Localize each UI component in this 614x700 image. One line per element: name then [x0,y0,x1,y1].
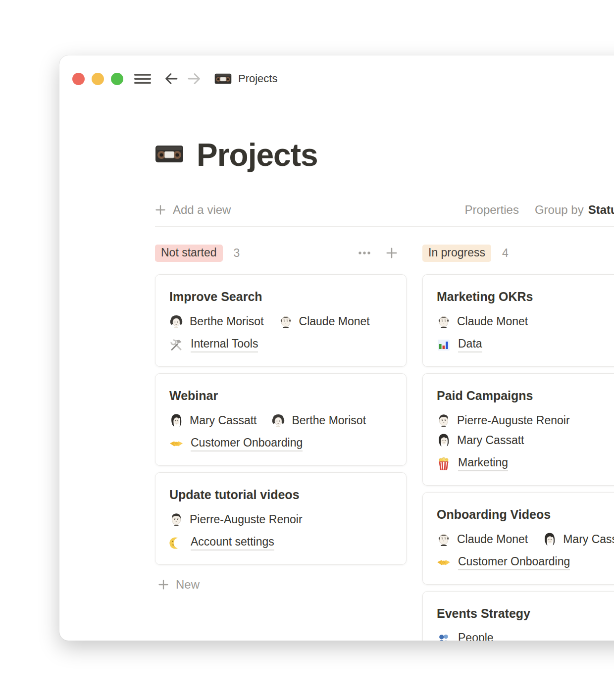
kanban-board: Not started 3 Improve Search Berthe Mori… [155,244,614,641]
tag-label: Customer Onboarding [458,555,570,570]
tag-label: Account settings [191,535,274,550]
card-webinar[interactable]: Webinar Mary Cassatt Berthe Morisot [155,373,407,466]
card-onboarding-videos[interactable]: Onboarding Videos Claude Monet Mary Cass… [422,492,614,585]
assignee-name: Claude Monet [457,315,528,328]
close-traffic-light[interactable] [72,73,85,85]
new-card-label: New [176,578,200,592]
assignee: Claude Monet [437,314,528,328]
tag-label: Customer Onboarding [191,436,303,451]
page-title-row: Projects [155,138,614,172]
pierre-auguste-renoir-avatar [169,512,183,526]
card-count: 4 [502,247,509,260]
card-assignees: Mary Cassatt Berthe Morisot [169,413,392,427]
card-title: Webinar [169,388,392,403]
titlebar: Projects [59,55,614,86]
assignee: Pierre-Auguste Renoir [437,413,570,427]
card-tag[interactable]: Marketing [437,456,614,471]
card-assignees: Berthe Morisot Claude Monet [169,314,392,328]
new-card-button[interactable]: New [155,578,407,592]
forward-arrow-icon[interactable] [187,72,202,86]
assignee: Claude Monet [279,314,370,328]
tag-label: Data [458,337,482,352]
card-count: 3 [234,247,240,260]
titlebar-title: Projects [238,72,277,85]
dots-icon[interactable] [357,246,372,260]
page-title: Projects [197,138,318,172]
assignee: Mary Cassatt [543,532,614,546]
vhs-tape-icon [214,73,232,85]
berthe-morisot-avatar [271,413,285,427]
assignee: Pierre-Auguste Renoir [169,512,303,526]
hammer-wrench-icon [169,338,183,352]
add-view-button[interactable]: Add a view [155,202,231,217]
card-tag[interactable]: Account settings [169,535,392,550]
berthe-morisot-avatar [169,314,183,328]
plus-icon [155,204,166,215]
people-icon [437,632,451,641]
back-arrow-icon[interactable] [164,72,179,86]
card-paid-campaigns[interactable]: Paid Campaigns Pierre-Auguste Renoir Mar… [422,373,614,486]
card-assignees: Pierre-Auguste Renoir Mary Cassatt [437,413,614,447]
pierre-auguste-renoir-avatar [437,413,451,427]
vhs-tape-icon [155,144,184,166]
assignee: Mary Cassatt [437,433,524,447]
claude-monet-avatar [437,532,451,546]
card-tag[interactable]: Internal Tools [169,337,392,352]
claude-monet-avatar [437,314,451,328]
card-assignees: Claude Monet Mary Cassatt [437,532,614,546]
traffic-lights [72,73,123,85]
assignee-name: Claude Monet [299,315,370,328]
status-badge[interactable]: Not started [155,245,223,262]
mary-cassatt-avatar [169,413,183,427]
card-title: Events Strategy [437,605,614,621]
assignee: Mary Cassatt [169,413,256,427]
card-update-tutorial-videos[interactable]: Update tutorial videos Pierre-Auguste Re… [155,472,407,565]
card-tag[interactable]: Customer Onboarding [169,436,392,451]
popcorn-icon [437,457,451,471]
app-window: Projects Projects Add a view Properties … [59,55,614,641]
menu-icon[interactable] [134,72,151,86]
add-view-label: Add a view [173,202,231,217]
plus-icon[interactable] [386,247,398,259]
assignee-name: Berthe Morisot [190,315,264,328]
card-events-strategy[interactable]: Events Strategy People [422,591,614,641]
assignee-name: Mary Cassatt [190,414,256,427]
group-by-value: Status [588,203,614,216]
claude-monet-avatar [279,314,293,328]
group-by-button[interactable]: Group byStatus [535,202,614,217]
card-tag[interactable]: Customer Onboarding [437,555,614,570]
mary-cassatt-avatar [437,433,451,447]
card-improve-search[interactable]: Improve Search Berthe Morisot Claude Mon… [155,274,407,367]
column-not-started: Not started 3 Improve Search Berthe Mori… [155,244,407,641]
handshake-icon [437,556,451,570]
card-title: Marketing OKRs [437,289,614,304]
bar-chart-icon [437,338,451,352]
card-title: Onboarding Videos [437,506,614,522]
card-marketing-okrs[interactable]: Marketing OKRs Claude Monet Data [422,274,614,367]
minimize-traffic-light[interactable] [92,73,104,85]
assignee-name: Berthe Morisot [292,414,366,427]
view-bar: Add a view Properties Group byStatus [155,202,614,227]
column-header: Not started 3 [155,244,407,262]
assignee-name: Pierre-Auguste Renoir [457,414,570,427]
card-assignees: Claude Monet [437,314,614,328]
card-assignees: Pierre-Auguste Renoir [169,512,392,526]
column-in-progress: In progress 4 Marketing OKRs Claude Mone… [422,244,614,641]
assignee-name: Mary Cassatt [563,533,614,546]
properties-button[interactable]: Properties [465,202,519,217]
assignee: Berthe Morisot [271,413,366,427]
assignee: Claude Monet [437,532,528,546]
zoom-traffic-light[interactable] [111,73,123,85]
card-title: Paid Campaigns [437,388,614,403]
card-tag[interactable]: Data [437,337,614,352]
assignee: Berthe Morisot [169,314,264,328]
status-badge[interactable]: In progress [422,245,491,262]
assignee-name: Mary Cassatt [457,434,524,447]
card-tag[interactable]: People [437,631,614,641]
assignee-name: Pierre-Auguste Renoir [190,513,303,526]
plus-icon [158,579,169,590]
card-title: Improve Search [169,289,392,304]
assignee-name: Claude Monet [457,533,528,546]
column-header: In progress 4 [422,244,614,262]
tag-label: People [458,631,494,641]
